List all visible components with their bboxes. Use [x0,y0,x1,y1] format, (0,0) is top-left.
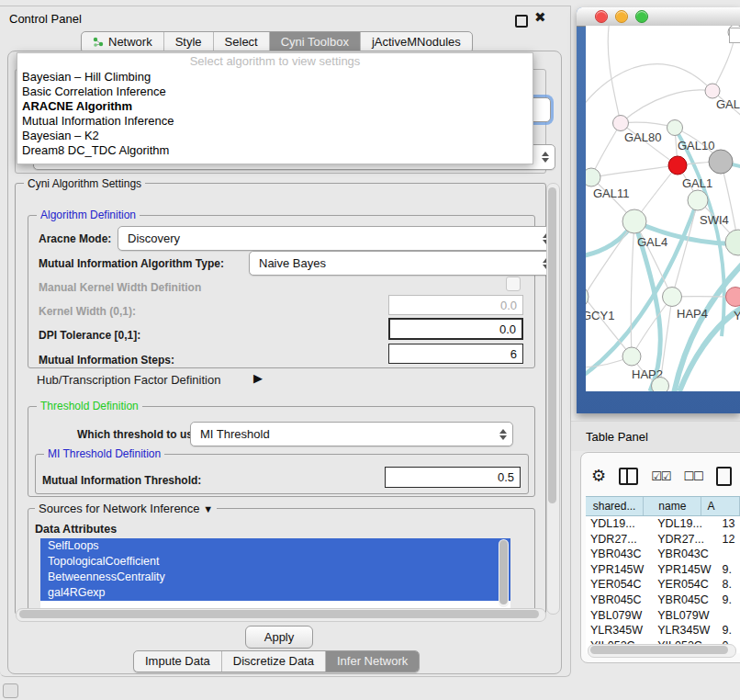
triangle-down-icon[interactable]: ▼ [203,503,213,514]
control-panel-window: Control Panel ✖ Network Style Select Cyn… [0,6,571,677]
table-row[interactable]: YLR345WYLR345W9. [586,623,740,638]
table-panel-header: Table Panel [571,421,740,451]
network-canvas[interactable]: GALGAL80GAL10GAL1GAL11GAL4SWI4GCY1HAP4YH… [586,26,740,391]
table-row[interactable]: YDL19...YDL19...13 [586,516,740,532]
apply-button[interactable]: Apply [245,626,313,649]
node-table: shared... name A YDL19...YDL19...13YDR27… [586,496,740,653]
network-node-label: Y [734,309,740,322]
hub-definition-label[interactable]: Hub/Transcription Factor Definition [37,373,220,387]
network-scrollbar-notch[interactable] [729,28,740,43]
collapsed-panel-button[interactable] [3,683,18,698]
list-item[interactable]: BetweennessCentrality [40,570,510,585]
network-window-titlebar[interactable] [577,7,740,27]
attributes-scrollbar[interactable] [499,539,509,607]
list-item[interactable]: gal4RGexp [40,585,510,601]
float-panel-icon[interactable] [515,15,528,28]
network-node[interactable] [688,190,708,210]
kernel-width-field[interactable]: 0.0 [388,295,523,315]
network-node[interactable] [668,156,687,175]
gear-icon[interactable]: ⚙ [591,468,606,484]
deselect-all-icon[interactable]: ☐☐ [683,469,702,483]
table-cell: YBL079W [656,608,722,624]
table-row[interactable]: YBL079WYBL079W [586,608,740,624]
tab-jactivemnodules[interactable]: jActiveMNodules [361,32,472,52]
mi-steps-field[interactable]: 6 [388,344,523,364]
aracne-mode-label: Aracne Mode: [39,232,111,245]
mi-threshold-title: MI Threshold Definition [44,447,164,460]
table-header-row: shared... name A [586,496,740,516]
tab-style[interactable]: Style [164,32,214,52]
network-node[interactable] [586,285,589,309]
table-cell: YDR27... [656,532,722,548]
traffic-light-zoom-icon[interactable] [635,10,648,23]
tab-label: Cyni Toolbox [281,32,349,52]
table-cell: 9. [722,593,740,608]
split-pane-icon[interactable] [619,468,638,485]
triangle-right-icon[interactable]: ▶ [253,371,263,385]
tab-label: Network [108,32,152,52]
network-node[interactable] [663,288,682,307]
table-cell: 9. [722,562,740,578]
tab-infer-network[interactable]: Infer Network [326,651,419,672]
select-all-icon[interactable]: ☑☑ [651,469,670,483]
tab-select[interactable]: Select [214,32,270,52]
algorithm-definition-title: Algorithm Definition [37,209,140,221]
which-threshold-value: MI Threshold [200,427,270,441]
menu-item-bayesian-hill-climbing[interactable]: Bayesian – Hill Climbing [17,70,533,85]
settings-vertical-scrollbar[interactable] [546,183,560,615]
column-header-partial[interactable]: A [701,497,740,515]
table-row[interactable]: YBR043CYBR043C [586,547,740,562]
menu-item-dream8[interactable]: Dream8 DC_TDC Algorithm [17,143,533,158]
dpi-tolerance-label: DPI Tolerance [0,1]: [39,329,140,342]
list-item[interactable]: TopologicalCoefficient [40,554,510,570]
table-cell: YER054C [586,577,656,593]
table-cell: YDR27... [586,532,656,548]
menu-item-mutual-information[interactable]: Mutual Information Inference [17,114,533,129]
close-icon[interactable]: ✖ [534,9,546,26]
mi-threshold-field[interactable]: 0.5 [385,467,521,488]
which-threshold-label: Which threshold to use: [77,428,203,441]
table-row[interactable]: YER054CYER054C8. [586,577,740,593]
aracne-mode-combo[interactable]: Discovery [118,226,556,251]
column-header-name[interactable]: name [644,497,701,515]
tab-network[interactable]: Network [82,32,164,52]
manual-kernel-checkbox[interactable] [506,277,521,291]
network-node[interactable] [652,378,669,392]
column-header-shared-name[interactable]: shared... [586,497,644,515]
tab-discretize-data[interactable]: Discretize Data [222,651,326,672]
table-row[interactable]: YBR045CYBR045C9. [586,593,740,608]
tab-impute-data[interactable]: Impute Data [134,651,222,672]
table-horizontal-scrollbar[interactable] [588,644,736,658]
menu-item-aracne[interactable]: ARACNE Algorithm [17,99,533,114]
which-threshold-combo[interactable]: MI Threshold [190,422,513,446]
table-cell: 12 [722,532,740,548]
table-row[interactable]: YDR27...YDR27...12 [586,532,740,548]
tab-cyni-toolbox[interactable]: Cyni Toolbox [270,32,361,52]
dpi-tolerance-field[interactable]: 0.0 [388,318,523,340]
table-cell [722,608,740,624]
menu-item-bayesian-k2[interactable]: Bayesian – K2 [17,129,533,143]
network-node-label: HAP4 [677,307,708,321]
network-node[interactable] [709,150,733,174]
table-row[interactable]: YPR145WYPR145W9. [586,562,740,578]
traffic-light-close-icon[interactable] [595,10,608,23]
sources-title[interactable]: Sources for Network Inference ▼ [35,502,217,515]
network-node[interactable] [705,84,720,98]
mi-type-combo[interactable]: Naive Bayes [249,251,556,276]
tab-label: Style [175,32,202,52]
network-node[interactable] [667,120,683,136]
page-icon[interactable] [716,467,732,486]
network-node[interactable] [725,230,740,255]
network-node[interactable] [622,209,646,233]
list-item[interactable]: SelfLoops [40,538,510,554]
network-node[interactable] [586,168,600,186]
menu-item-basic-correlation[interactable]: Basic Correlation Inference [17,85,533,99]
table-cell: YER054C [656,577,722,593]
settings-horizontal-scrollbar[interactable] [16,608,546,622]
traffic-light-minimize-icon[interactable] [615,10,628,23]
network-node[interactable] [613,116,629,131]
network-node[interactable] [622,347,641,366]
table-cell: YBR045C [656,593,722,608]
network-node[interactable] [726,288,740,307]
table-cell: YLR345W [656,623,722,638]
